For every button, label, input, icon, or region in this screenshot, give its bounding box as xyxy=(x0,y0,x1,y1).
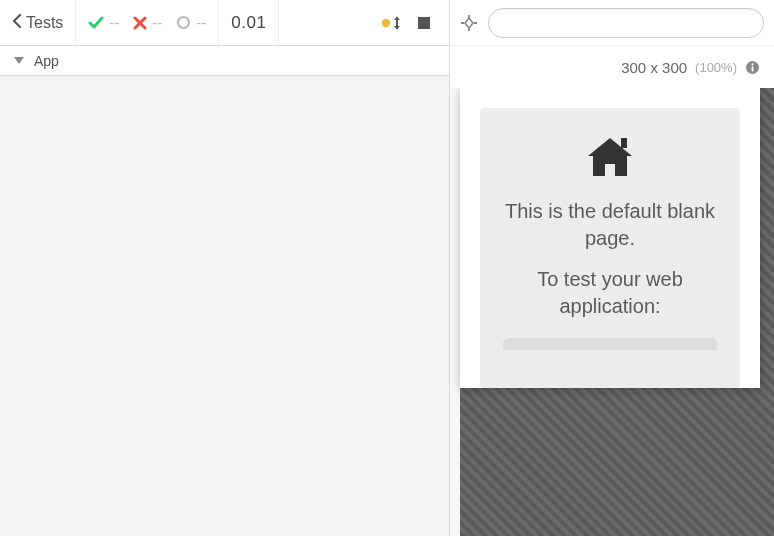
viewport-dimensions: 300 x 300 xyxy=(621,59,687,76)
stop-button[interactable] xyxy=(417,16,431,30)
toolbar-spacer xyxy=(279,0,369,45)
viewport-menu-toggle[interactable] xyxy=(381,14,403,32)
aut-pane: 300 x 300 (100%) This is the default bla… xyxy=(450,0,774,536)
info-icon[interactable] xyxy=(745,60,760,75)
viewport-info: 300 x 300 (100%) xyxy=(450,46,774,88)
svg-point-1 xyxy=(382,18,390,26)
aut-toolbar xyxy=(450,0,774,46)
chevron-left-icon xyxy=(12,14,22,32)
circle-icon xyxy=(176,15,191,30)
stat-failed: -- xyxy=(133,14,162,31)
test-stats: -- -- -- xyxy=(76,0,219,45)
passed-count: -- xyxy=(109,14,119,31)
pending-count: -- xyxy=(196,14,206,31)
svg-rect-5 xyxy=(752,66,754,71)
check-icon xyxy=(88,16,104,30)
preview-viewport: This is the default blank page. To test … xyxy=(450,88,774,536)
stat-passed: -- xyxy=(88,14,119,31)
caret-down-icon xyxy=(14,57,24,64)
spec-row[interactable]: App xyxy=(0,46,449,76)
x-icon xyxy=(133,16,147,30)
svg-rect-2 xyxy=(418,17,430,29)
blank-message-1: This is the default blank page. xyxy=(494,198,726,252)
svg-rect-6 xyxy=(621,138,627,148)
svg-point-4 xyxy=(751,63,753,65)
stat-pending: -- xyxy=(176,14,206,31)
spec-name: App xyxy=(34,53,59,69)
run-controls xyxy=(369,0,449,45)
blank-page-card: This is the default blank page. To test … xyxy=(480,108,740,388)
back-label: Tests xyxy=(26,14,63,32)
command-log-body xyxy=(0,76,449,536)
command-log-pane: Tests -- -- xyxy=(0,0,450,536)
blank-message-2: To test your web application: xyxy=(494,266,726,320)
selector-playground-button[interactable] xyxy=(460,14,478,32)
home-icon xyxy=(582,132,638,182)
duration-value: 0.01 xyxy=(231,13,266,33)
viewport-zoom: (100%) xyxy=(695,60,737,75)
svg-point-0 xyxy=(178,17,189,28)
duration: 0.01 xyxy=(219,0,279,45)
back-to-tests[interactable]: Tests xyxy=(0,0,76,45)
partial-button xyxy=(503,338,717,350)
aut-iframe: This is the default blank page. To test … xyxy=(460,88,760,388)
runner-toolbar: Tests -- -- xyxy=(0,0,449,46)
url-input[interactable] xyxy=(488,8,764,38)
failed-count: -- xyxy=(152,14,162,31)
